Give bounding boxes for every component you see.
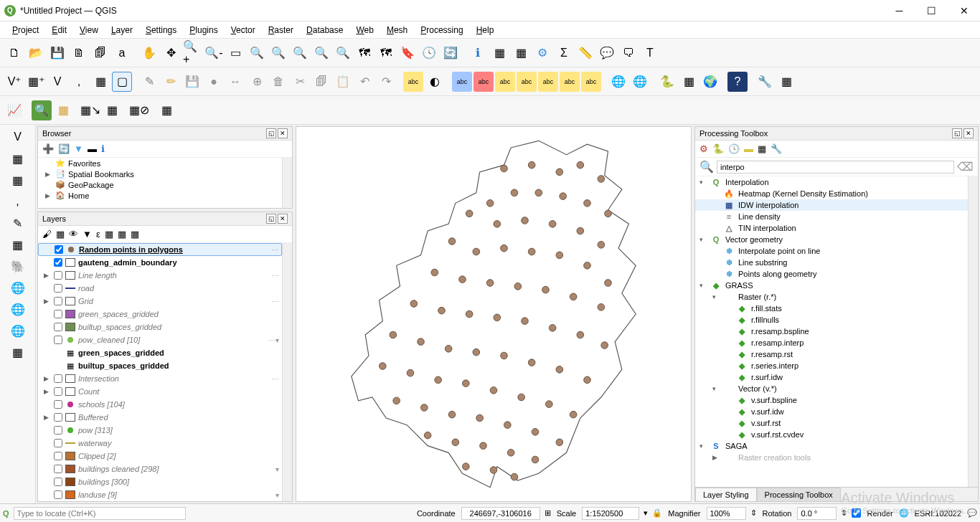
plugin-1-icon[interactable]: 🔧 [755,72,775,92]
layer-visibility-checkbox[interactable] [54,452,62,460]
menu-raster[interactable]: Raster [262,24,300,37]
python-icon[interactable]: 🐍 [657,72,677,92]
scale-dropdown-icon[interactable]: ▾ [644,508,648,518]
menu-help[interactable]: Help [470,24,501,37]
mag-spinner-icon[interactable]: ⇕ [750,508,757,518]
label-y5-icon[interactable]: abc [581,72,601,92]
new-project-icon[interactable]: 🗋 [4,43,24,63]
processing-item[interactable]: ▾Vector (v.*) [695,383,968,394]
layer-visibility-checkbox[interactable] [54,297,62,305]
layer-visibility-checkbox[interactable] [54,323,62,331]
zoom-in-icon[interactable]: 🔍+ [182,43,202,63]
processing-scrollbar[interactable] [968,176,978,487]
zoom-native-icon[interactable]: ▭ [225,43,245,63]
annotation-icon[interactable]: 🗨 [618,43,639,63]
layer-row[interactable]: builtup_spaces_gridded [38,321,282,333]
layer-visibility-checkbox[interactable] [54,374,62,383]
attributes-table-icon[interactable]: ▦ [489,43,509,63]
wms-icon[interactable]: 🌐 [9,278,27,297]
label-diagram-icon[interactable]: ◐ [425,72,445,92]
zoom-next-icon[interactable]: 🔍 [333,43,353,63]
browser-item[interactable]: 📦GeoPackage [38,179,282,190]
move-feature-icon[interactable]: ↔ [225,72,245,92]
layers-float-icon[interactable]: ◱ [266,214,276,224]
save-project-icon[interactable]: 💾 [47,43,67,63]
select-by-icon[interactable]: ▦ [53,100,73,120]
browser-item[interactable]: ⭐Favorites [38,158,282,169]
processing-tree[interactable]: ▾QInterpolation🔥Heatmap (Kernel Density … [695,176,968,487]
new-bookmark-icon[interactable]: 🔖 [397,43,418,63]
maximize-button[interactable]: ☐ [915,0,948,22]
processing-close-icon[interactable]: ✕ [963,128,974,138]
processing-item[interactable]: ◆v.surf.bspline [695,394,968,406]
layer-row[interactable]: ▦green_spaces_gridded [38,346,282,359]
menu-web[interactable]: Web [349,24,380,37]
label-y1-icon[interactable]: abc [495,72,515,92]
pan-selection-icon[interactable]: ✥ [161,43,181,63]
mag-input[interactable] [707,507,746,520]
browser-item[interactable]: ▶📑Spatial Bookmarks [38,169,282,179]
processing-float-icon[interactable]: ◱ [952,128,962,138]
layer-row[interactable]: Random points in polygons⋯ [38,243,282,256]
pan-icon[interactable]: ✋ [139,43,159,63]
layers-tree[interactable]: Random points in polygons⋯gauteng_admin_… [38,243,282,501]
delete-icon[interactable]: 🗑 [268,72,288,92]
zoom-full-icon[interactable]: 🔍 [247,43,267,63]
wfs-icon[interactable]: 🌐 [9,321,27,340]
select-features-icon[interactable]: 🔍 [32,100,52,120]
select-all-icon[interactable]: ▦ [102,100,122,120]
mesh-layer-icon[interactable]: ▦ [9,171,27,189]
layers-visibility-icon[interactable]: 👁 [69,229,78,239]
csv-layer-icon[interactable]: , [9,192,27,211]
layer-visibility-checkbox[interactable] [55,245,63,254]
maptips-icon[interactable]: 💬 [597,43,617,63]
layer-visibility-checkbox[interactable] [54,478,62,486]
processing-item[interactable]: ❄Interpolate point on line [695,245,968,257]
menu-project[interactable]: Project [6,24,45,37]
pen-layer-icon[interactable]: ✎ [9,214,27,232]
processing-edit-icon[interactable]: ▦ [758,143,766,154]
processing-item[interactable]: ◆v.surf.idw [695,406,968,417]
zoom-selection-icon[interactable]: 🔍 [268,43,288,63]
processing-item[interactable]: ◆r.resamp.interp [695,337,968,348]
layer-row[interactable]: ▶Count [38,385,282,398]
menu-layer[interactable]: Layer [105,24,139,37]
browser-add-icon[interactable]: ➕ [42,143,54,154]
save-edits-icon[interactable]: 💾 [182,72,202,92]
toggle-extents-icon[interactable]: ⊞ [545,508,551,518]
label-blue-icon[interactable]: abc [452,72,472,92]
processing-item[interactable]: ◆r.series.interp [695,360,968,371]
processing-item[interactable]: ≡Line density [695,211,968,222]
tab-layer-styling[interactable]: Layer Styling [695,488,757,501]
menu-settings[interactable]: Settings [139,24,183,37]
processing-item[interactable]: ▾QInterpolation [695,176,968,188]
menu-mesh[interactable]: Mesh [380,24,414,37]
processing-item[interactable]: ▾SSAGA [695,440,968,452]
processing-item[interactable]: 🔥Heatmap (Kernel Density Estimation) [695,188,968,199]
add-raster-icon[interactable]: ▦⁺ [26,72,46,92]
processing-item[interactable]: ❄Points along geometry [695,268,968,280]
menu-processing[interactable]: Processing [414,24,469,37]
layer-row[interactable]: pow [313] [38,424,282,437]
help-icon[interactable]: ? [727,72,748,92]
processing-script-icon[interactable]: 🐍 [712,143,724,154]
minimize-button[interactable]: ─ [883,0,915,22]
copy-icon[interactable]: 🗐 [311,72,331,92]
layer-row[interactable]: schools [104] [38,398,282,411]
menu-edit[interactable]: Edit [45,24,73,37]
layer-row[interactable]: pow_cleaned [10]⋯▾ [38,333,282,346]
processing-item[interactable]: ▾Raster (r.*) [695,291,968,303]
layers-scrollbar[interactable] [282,243,292,501]
add-virtual-icon[interactable]: ▢ [112,72,132,92]
rot-spinner-icon[interactable]: ⇕ [841,508,847,518]
xyz-icon[interactable]: ▦ [9,343,27,361]
lock-icon[interactable]: 🔒 [652,508,662,518]
layers-filter-icon[interactable]: ▼ [83,229,92,239]
layer-visibility-checkbox[interactable] [54,426,62,435]
rot-input[interactable] [797,507,837,520]
raster-grid-icon[interactable]: ▦ [679,72,699,92]
processing-item[interactable]: ◆r.fill.stats [695,303,968,314]
layer-visibility-checkbox[interactable] [54,413,62,422]
layer-row[interactable]: green_spaces_gridded [38,308,282,321]
layers-close-icon[interactable]: ✕ [278,214,288,224]
